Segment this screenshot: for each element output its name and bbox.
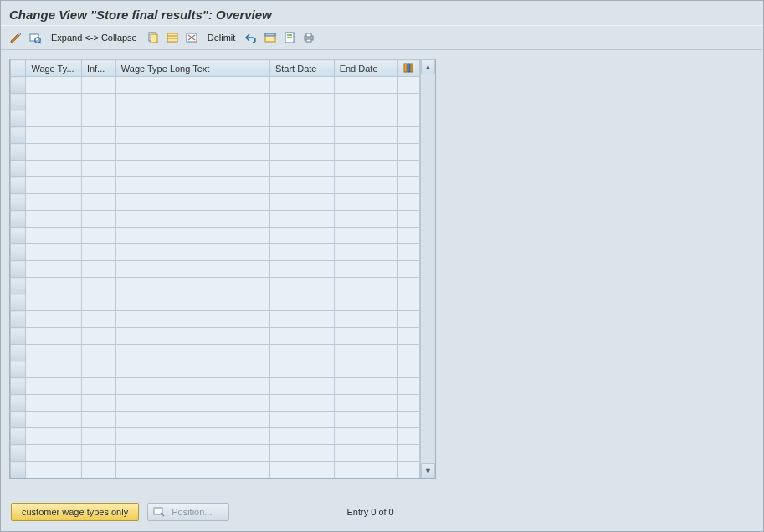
table-cell[interactable] <box>334 462 398 478</box>
table-cell[interactable] <box>334 445 398 462</box>
table-cell[interactable] <box>334 211 398 228</box>
table-cell[interactable] <box>334 194 398 211</box>
row-selector[interactable] <box>11 361 26 378</box>
scrollbar-track[interactable] <box>421 74 435 463</box>
table-cell[interactable] <box>26 244 81 261</box>
table-cell[interactable] <box>26 127 81 144</box>
table-cell[interactable] <box>334 378 398 395</box>
table-cell[interactable] <box>26 462 81 478</box>
table-cell[interactable] <box>81 228 115 244</box>
table-cell[interactable] <box>269 428 334 445</box>
table-cell[interactable] <box>269 244 334 261</box>
row-selector[interactable] <box>11 462 26 478</box>
table-cell[interactable] <box>115 127 269 144</box>
selection-criteria-icon[interactable] <box>281 29 298 46</box>
table-cell[interactable] <box>269 144 334 161</box>
table-cell[interactable] <box>334 361 398 378</box>
table-cell[interactable] <box>81 110 115 127</box>
table-cell[interactable] <box>115 228 269 244</box>
table-cell[interactable] <box>269 211 334 228</box>
table-cell[interactable] <box>115 395 269 412</box>
row-selector[interactable] <box>11 278 26 294</box>
table-cell[interactable] <box>81 395 115 412</box>
table-cell[interactable] <box>115 177 269 194</box>
table-cell[interactable] <box>115 361 269 378</box>
row-selector[interactable] <box>11 378 26 395</box>
table-cell[interactable] <box>115 462 269 478</box>
table-cell[interactable] <box>334 412 398 428</box>
row-selector[interactable] <box>11 161 26 177</box>
select-all-icon[interactable] <box>164 29 181 46</box>
table-cell[interactable] <box>115 261 269 278</box>
table-cell[interactable] <box>81 194 115 211</box>
table-cell[interactable] <box>81 294 115 311</box>
table-cell[interactable] <box>26 110 81 127</box>
row-selector[interactable] <box>11 261 26 278</box>
table-cell[interactable] <box>269 294 334 311</box>
row-selector[interactable] <box>11 395 26 412</box>
table-cell[interactable] <box>81 261 115 278</box>
table-cell[interactable] <box>334 228 398 244</box>
print-icon[interactable] <box>300 29 317 46</box>
table-cell[interactable] <box>115 294 269 311</box>
table-cell[interactable] <box>269 278 334 294</box>
table-cell[interactable] <box>26 228 81 244</box>
row-selector[interactable] <box>11 77 26 94</box>
table-cell[interactable] <box>81 278 115 294</box>
table-cell[interactable] <box>334 177 398 194</box>
col-header-wage-type[interactable]: Wage Ty... <box>26 60 81 77</box>
table-cell[interactable] <box>269 462 334 478</box>
table-cell[interactable] <box>26 294 81 311</box>
table-cell[interactable] <box>269 194 334 211</box>
table-cell[interactable] <box>334 127 398 144</box>
table-cell[interactable] <box>26 94 81 110</box>
table-cell[interactable] <box>334 428 398 445</box>
table-cell[interactable] <box>115 378 269 395</box>
table-cell[interactable] <box>26 311 81 328</box>
table-cell[interactable] <box>269 110 334 127</box>
table-cell[interactable] <box>81 77 115 94</box>
table-cell[interactable] <box>115 412 269 428</box>
customer-wage-types-button[interactable]: customer wage types only <box>11 503 139 521</box>
table-cell[interactable] <box>334 261 398 278</box>
table-cell[interactable] <box>334 244 398 261</box>
table-cell[interactable] <box>26 194 81 211</box>
row-selector[interactable] <box>11 144 26 161</box>
table-cell[interactable] <box>26 261 81 278</box>
table-cell[interactable] <box>115 328 269 345</box>
table-cell[interactable] <box>81 144 115 161</box>
table-cell[interactable] <box>26 395 81 412</box>
table-cell[interactable] <box>115 428 269 445</box>
table-cell[interactable] <box>269 395 334 412</box>
table-cell[interactable] <box>26 278 81 294</box>
table-cell[interactable] <box>81 428 115 445</box>
table-cell[interactable] <box>81 378 115 395</box>
other-view-icon[interactable] <box>27 29 44 46</box>
row-selector[interactable] <box>11 244 26 261</box>
table-cell[interactable] <box>115 144 269 161</box>
row-selector[interactable] <box>11 110 26 127</box>
row-selector[interactable] <box>11 412 26 428</box>
scroll-up-icon[interactable]: ▲ <box>421 59 435 74</box>
table-cell[interactable] <box>81 177 115 194</box>
table-cell[interactable] <box>115 94 269 110</box>
table-cell[interactable] <box>81 127 115 144</box>
table-cell[interactable] <box>115 311 269 328</box>
row-selector[interactable] <box>11 445 26 462</box>
vertical-scrollbar[interactable]: ▲ ▼ <box>420 59 435 478</box>
table-cell[interactable] <box>81 311 115 328</box>
table-cell[interactable] <box>334 94 398 110</box>
table-cell[interactable] <box>115 110 269 127</box>
row-selector[interactable] <box>11 328 26 345</box>
row-selector[interactable] <box>11 127 26 144</box>
table-cell[interactable] <box>115 161 269 177</box>
table-cell[interactable] <box>81 211 115 228</box>
row-selector[interactable] <box>11 228 26 244</box>
col-header-long-text[interactable]: Wage Type Long Text <box>115 60 269 77</box>
table-cell[interactable] <box>115 278 269 294</box>
table-cell[interactable] <box>81 445 115 462</box>
col-header-start-date[interactable]: Start Date <box>269 60 334 77</box>
table-cell[interactable] <box>26 445 81 462</box>
table-cell[interactable] <box>115 194 269 211</box>
table-cell[interactable] <box>269 378 334 395</box>
